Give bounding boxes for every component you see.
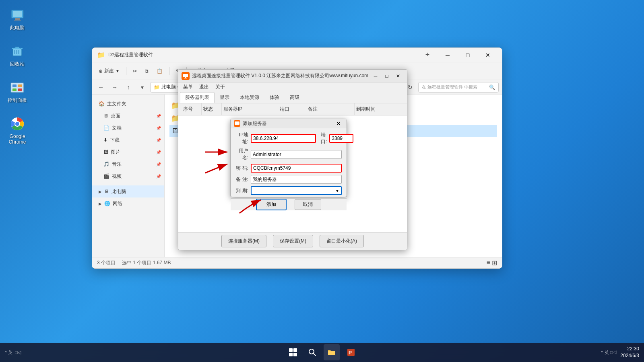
svg-rect-6 — [17, 50, 17, 54]
note-input[interactable] — [251, 175, 342, 184]
sidebar-network[interactable]: ▶ 🌐 网络 — [92, 197, 164, 210]
svg-rect-14 — [18, 88, 22, 91]
file-explorer-statusbar: 3 个项目 选中 1 个项目 1.67 MB ≡ ⊞ — [92, 257, 502, 268]
svg-rect-12 — [18, 84, 22, 87]
tab-advanced[interactable]: 高级 — [285, 92, 305, 103]
taskbar-right: ^ 英 □◁ 22:30 2024/6/3 — [601, 346, 639, 359]
cancel-btn[interactable]: 取消 — [295, 199, 321, 210]
remote-manager-table-header: 序号 状态 服务器IP 端口 备注 到期时间 — [178, 103, 407, 115]
th-port: 端口 — [278, 103, 306, 115]
remote-manager-titlebar: 远程桌面连接批量管理软件 V1.0.0 江苏米之图网络科技有限公司www.mit… — [178, 70, 407, 82]
menu-item-menu[interactable]: 菜单 — [180, 83, 196, 92]
desktop-icon-this-pc[interactable]: 此电脑 — [3, 7, 31, 31]
expire-row: 到 期: ▼ — [235, 186, 342, 195]
username-input[interactable] — [251, 150, 342, 159]
view-grid-btn[interactable]: ⊞ — [492, 259, 497, 267]
th-status: 状态 — [202, 103, 222, 115]
search-btn[interactable] — [304, 344, 320, 360]
add-server-title: 添加服务器 — [243, 120, 334, 127]
remote-manager-maximize-btn[interactable]: □ — [381, 71, 392, 81]
nav-back-btn[interactable]: ← — [95, 82, 107, 93]
svg-rect-23 — [289, 348, 293, 352]
file-manager-btn[interactable] — [324, 344, 340, 360]
desktop-icon-this-pc-label: 此电脑 — [10, 25, 25, 31]
file-explorer-close-btn[interactable]: ✕ — [479, 49, 497, 62]
svg-rect-7 — [19, 50, 19, 54]
note-label: 备 注: — [235, 176, 248, 183]
desktop-icon-google-chrome[interactable]: Google Chrome — [3, 116, 31, 145]
remote-manager-title: 远程桌面连接批量管理软件 V1.0.0 江苏米之图网络科技有限公司www.mit… — [192, 72, 370, 79]
remote-manager-tabs: 服务器列表 显示 本地资源 体验 高级 — [178, 92, 407, 103]
file-explorer-tab-plus[interactable]: + — [418, 49, 437, 62]
add-server-footer: 添加 取消 — [231, 198, 347, 210]
system-tray-left: ^ 英 □◁ — [5, 350, 21, 356]
desktop-icon-control-panel[interactable]: 控制面板 — [3, 80, 31, 103]
password-input[interactable] — [251, 164, 342, 173]
add-server-body: IP地址: 端口: 用户名: 密 码: 备 注: 到 期: ▼ — [231, 128, 347, 198]
toolbar-copy-btn[interactable]: ⧉ — [142, 65, 152, 78]
desktop-icon-google-chrome-label: Google Chrome — [3, 134, 31, 145]
sidebar-downloads[interactable]: ⬇ 下载 📌 — [92, 134, 164, 146]
taskbar: ^ 英 □◁ P — [0, 343, 644, 362]
sidebar-documents[interactable]: 📄 文档 📌 — [92, 122, 164, 134]
svg-rect-21 — [235, 121, 239, 125]
svg-rect-13 — [12, 88, 17, 91]
minimize-window-btn[interactable]: 窗口最小化(A) — [320, 235, 364, 247]
port-input[interactable] — [329, 134, 353, 143]
menu-item-about[interactable]: 关于 — [212, 83, 228, 92]
th-server-ip: 服务器IP — [222, 103, 278, 115]
sidebar-this-pc[interactable]: ▶ 🖥 此电脑 — [92, 185, 164, 197]
remote-manager-close-btn[interactable]: ✕ — [392, 71, 404, 81]
svg-text:P: P — [349, 350, 352, 356]
desktop-icon-recycle-bin[interactable]: 回收站 — [3, 43, 31, 67]
toolbar-paste-btn[interactable]: 📋 — [153, 65, 166, 78]
sidebar-desktop[interactable]: 🖥 桌面 📌 — [92, 110, 164, 122]
connect-server-btn[interactable]: 连接服务器(M) — [221, 235, 266, 247]
th-index: 序号 — [182, 103, 202, 115]
add-btn[interactable]: 添加 — [256, 199, 287, 210]
save-settings-btn[interactable]: 保存设置(M) — [273, 235, 313, 247]
sidebar-quick-access[interactable]: 🏠 主文件夹 — [92, 98, 164, 110]
remote-manager-minimize-btn[interactable]: ─ — [370, 71, 381, 81]
add-server-icon — [234, 120, 240, 127]
username-label: 用户名: — [235, 148, 248, 161]
svg-point-17 — [15, 122, 19, 126]
add-server-close-btn[interactable]: ✕ — [334, 119, 343, 128]
toolbar-new-btn[interactable]: ⊕新建 ▼ — [95, 65, 123, 78]
nav-forward-btn[interactable]: → — [109, 82, 120, 93]
svg-rect-5 — [14, 50, 15, 54]
sidebar-pictures[interactable]: 🖼 图片 📌 — [92, 146, 164, 158]
system-tray-icons: ^ 英 □◁ — [601, 350, 617, 356]
password-row: 密 码: — [235, 164, 342, 173]
note-row: 备 注: — [235, 175, 342, 184]
tab-display[interactable]: 显示 — [215, 92, 235, 103]
view-list-btn[interactable]: ≡ — [487, 259, 490, 267]
tab-experience[interactable]: 体验 — [264, 92, 285, 103]
time-display: 22:30 2024/6/3 — [620, 346, 639, 359]
th-note: 备注 — [306, 103, 355, 115]
search-box[interactable]: 在 远程批量管理软件 中搜索 🔍 — [418, 82, 499, 93]
password-label: 密 码: — [235, 165, 248, 172]
start-btn[interactable] — [285, 344, 301, 360]
nav-up-btn[interactable]: ↑ — [123, 82, 134, 93]
status-selected-info: 选中 1 个项目 1.67 MB — [122, 259, 171, 266]
powerpoint-btn[interactable]: P — [343, 344, 359, 360]
toolbar-cut-btn[interactable]: ✂ — [130, 65, 140, 78]
svg-rect-18 — [183, 74, 188, 77]
ip-input[interactable] — [251, 134, 316, 143]
tab-local-resources[interactable]: 本地资源 — [235, 92, 264, 103]
desktop-icon-control-panel-label: 控制面板 — [8, 97, 27, 103]
tab-server-list[interactable]: 服务器列表 — [180, 92, 215, 103]
menu-item-exit[interactable]: 退出 — [196, 83, 212, 92]
file-explorer-controls: + ─ □ ✕ — [418, 49, 497, 62]
expire-dropdown[interactable]: ▼ — [251, 186, 342, 195]
sidebar-videos[interactable]: 🎬 视频 📌 — [92, 170, 164, 182]
file-explorer-minimize-btn[interactable]: ─ — [438, 49, 457, 62]
status-item-count: 3 个项目 — [97, 259, 116, 266]
nav-recent-btn[interactable]: ▾ — [136, 82, 148, 93]
svg-rect-11 — [12, 84, 17, 87]
svg-rect-3 — [14, 20, 21, 21]
sidebar-music[interactable]: 🎵 音乐 📌 — [92, 158, 164, 170]
file-explorer-maximize-btn[interactable]: □ — [458, 49, 477, 62]
ip-label: IP地址: — [235, 132, 248, 145]
